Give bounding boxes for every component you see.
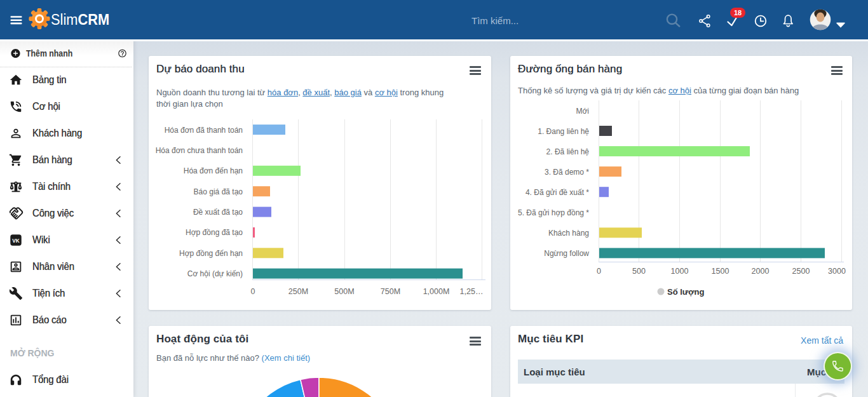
svg-text:Hóa đơn chưa thanh toán: Hóa đơn chưa thanh toán: [156, 146, 243, 155]
svg-text:Hợp đồng đến hạn: Hợp đồng đến hạn: [179, 249, 243, 258]
svg-text:Hợp đồng đã tạo: Hợp đồng đã tạo: [186, 228, 243, 237]
svg-text:0: 0: [251, 287, 255, 296]
svg-text:1,000M: 1,000M: [423, 287, 450, 296]
svg-text:Cơ hội (dự kiến): Cơ hội (dự kiến): [187, 269, 243, 278]
svg-text:Báo giá đã tạo: Báo giá đã tạo: [194, 187, 243, 196]
svg-text:5. Đã gửi hợp đồng *: 5. Đã gửi hợp đồng *: [518, 208, 589, 217]
svg-text:3. Đã demo *: 3. Đã demo *: [545, 168, 589, 177]
svg-text:Mới: Mới: [576, 107, 589, 116]
svg-text:Hóa đơn đến hạn: Hóa đơn đến hạn: [184, 166, 243, 175]
svg-text:Ngừng follow: Ngừng follow: [544, 249, 589, 258]
svg-text:Hóa đơn đã thanh toán: Hóa đơn đã thanh toán: [165, 126, 243, 135]
svg-text:1. Đang liên hệ: 1. Đang liên hệ: [538, 127, 589, 136]
svg-text:1500: 1500: [712, 267, 729, 276]
svg-text:1,25…: 1,25…: [460, 287, 484, 296]
svg-text:0: 0: [597, 267, 601, 276]
svg-text:2. Đã liên hệ: 2. Đã liên hệ: [546, 147, 590, 156]
svg-text:2500: 2500: [792, 267, 810, 276]
svg-text:Khách hàng: Khách hàng: [548, 229, 589, 238]
svg-text:500: 500: [632, 267, 646, 276]
svg-text:Số lượng: Số lượng: [667, 287, 704, 297]
svg-text:250M: 250M: [288, 287, 308, 296]
svg-text:4. Đã gửi đề xuất *: 4. Đã gửi đề xuất *: [526, 188, 589, 197]
svg-text:3000: 3000: [828, 267, 846, 276]
svg-text:VK: VK: [12, 238, 20, 244]
svg-text:750M: 750M: [381, 287, 400, 296]
svg-text:1000: 1000: [671, 267, 689, 276]
svg-text:2000: 2000: [752, 267, 770, 276]
svg-text:Đề xuất đã tạo: Đề xuất đã tạo: [193, 208, 243, 217]
svg-text:500M: 500M: [334, 287, 354, 296]
